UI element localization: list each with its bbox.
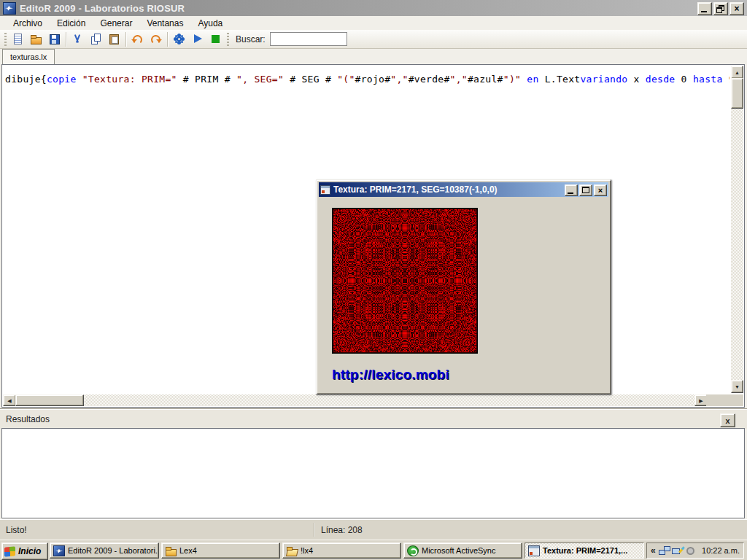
scroll-up-icon[interactable]: ▲ [731,66,743,79]
open-file-button[interactable] [27,31,45,47]
lexico-bird-icon [3,2,16,15]
toolbar-separator [167,32,168,47]
results-header: Resultados x [0,408,747,429]
texture-window-title: Textura: PRIM=2171, SEG=10387(-1,0,0) [333,184,498,195]
results-close-button[interactable]: x [720,413,735,427]
paste-icon [108,33,120,45]
taskbar-button-lex4[interactable]: Lex4 [161,542,280,559]
tabbar: texturas.lx [0,49,747,64]
taskbar-button-textura-prim-2171-[interactable]: Textura: PRIM=2171,... [525,542,644,559]
run-button[interactable] [188,31,206,47]
activesync-pc-icon[interactable] [672,545,684,556]
toolbar-grip [4,33,7,46]
scrollbar-corner [706,394,743,406]
texture-window-titlebar[interactable]: Textura: PRIM=2171, SEG=10387(-1,0,0) × [319,182,608,197]
undo-button[interactable] [128,31,147,47]
texture-close-button[interactable]: × [594,184,607,196]
windows-flag-icon [4,546,15,556]
texture-image [332,208,478,354]
winform-icon [320,185,330,195]
code-line: copie "Textura: PRIM=" # PRIM # ", SEG="… [47,74,581,85]
tray-chevron-icon[interactable]: « [651,545,656,556]
folder-closed-icon [165,545,177,556]
editor-bird-icon [53,545,65,556]
status-divider [314,523,314,537]
taskbar-button-label: Textura: PRIM=2171,... [543,546,627,555]
toolbar-grip [227,33,229,46]
new-file-button[interactable] [9,31,27,47]
texture-maximize-button[interactable] [579,184,592,196]
run-icon [191,33,204,45]
tab-texturas-lx[interactable]: texturas.lx [2,49,55,64]
copy-icon [90,33,102,45]
settings-button[interactable] [170,31,188,47]
taskbar-button-microsoft-activesync[interactable]: Microsoft ActiveSync [403,542,522,559]
menu-item-archivo[interactable]: Archivo [6,18,50,29]
taskbar-button-label: !lx4 [301,546,313,555]
texture-minimize-button[interactable] [565,184,578,196]
network-icon[interactable] [659,545,670,556]
save-file-button[interactable] [45,31,63,47]
cut-icon [71,33,84,45]
system-tray: « 10:22 a.m. [646,542,744,559]
sync-status-icon[interactable] [685,545,697,556]
taskbar-button-label: EditoR 2009 - Laboratori... [68,546,159,555]
code-line: { [41,74,47,85]
close-button[interactable]: × [729,2,744,15]
menubar: ArchivoEdiciónGenerarVentanasAyuda [0,16,747,30]
taskbar-button-label: Microsoft ActiveSync [422,546,495,555]
toolbar-separator [66,32,66,47]
horizontal-scrollbar[interactable]: ◀ ▶ [3,394,708,406]
menu-item-edición[interactable]: Edición [50,18,93,29]
stop-button[interactable] [206,31,225,47]
new-file-icon [12,33,24,45]
status-ready: Listo! [6,525,27,535]
cut-button[interactable] [69,31,87,47]
vscroll-thumb[interactable] [731,78,743,109]
winform-icon [528,545,540,556]
taskbar-button--lx4[interactable]: !lx4 [282,542,401,559]
taskbar: Inicio EditoR 2009 - Laboratori...Lex4!l… [0,540,747,560]
start-button[interactable]: Inicio [1,542,48,560]
tray-clock: 10:22 a.m. [702,546,740,555]
redo-button[interactable] [147,31,165,47]
vertical-scrollbar[interactable]: ▲ ▼ [731,66,743,393]
menu-item-ventanas[interactable]: Ventanas [139,18,190,29]
scroll-down-icon[interactable]: ▼ [731,380,743,393]
taskbar-button-editor-2009-laboratori-[interactable]: EditoR 2009 - Laboratori... [50,542,159,559]
texture-window: Textura: PRIM=2171, SEG=10387(-1,0,0) × … [316,179,611,394]
settings-icon [173,33,185,45]
lexico-link[interactable]: http://lexico.mobi [332,367,449,383]
search-input[interactable] [270,32,347,46]
folder-open-icon [286,545,298,556]
editor-app-window: EditoR 2009 - Laboratorios RIOSUR × Arch… [0,0,747,560]
copy-button[interactable] [87,31,105,47]
main-titlebar[interactable]: EditoR 2009 - Laboratorios RIOSUR × [0,0,747,16]
toolbar: Buscar: [0,30,747,49]
taskbar-button-label: Lex4 [179,546,197,555]
open-file-icon [30,33,42,45]
toolbar-buttons [2,31,225,47]
paste-button[interactable] [105,31,123,47]
save-file-icon [48,33,61,45]
window-title: EditoR 2009 - Laboratorios RIOSUR [20,3,185,14]
code-line: variando x desde 0 hasta 99 haga [580,74,729,85]
undo-icon [131,33,144,45]
minimize-button[interactable] [697,2,712,15]
hscroll-thumb[interactable] [15,394,84,406]
menu-item-generar[interactable]: Generar [93,18,139,29]
activesync-icon [407,545,419,556]
tray-icons [658,545,697,556]
search-label: Buscar: [236,34,266,44]
stop-icon [209,33,222,45]
redo-icon [150,33,162,45]
results-title: Resultados [6,414,50,424]
start-label: Inicio [18,546,41,556]
statusbar: Listo! Línea: 208 [0,519,747,540]
menu-item-ayuda[interactable]: Ayuda [190,18,230,29]
status-line-number: Línea: 208 [321,525,363,535]
scroll-left-icon[interactable]: ◀ [3,394,16,406]
results-output [1,428,745,518]
restore-button[interactable] [713,2,728,15]
code-line: dibuje [5,74,41,85]
